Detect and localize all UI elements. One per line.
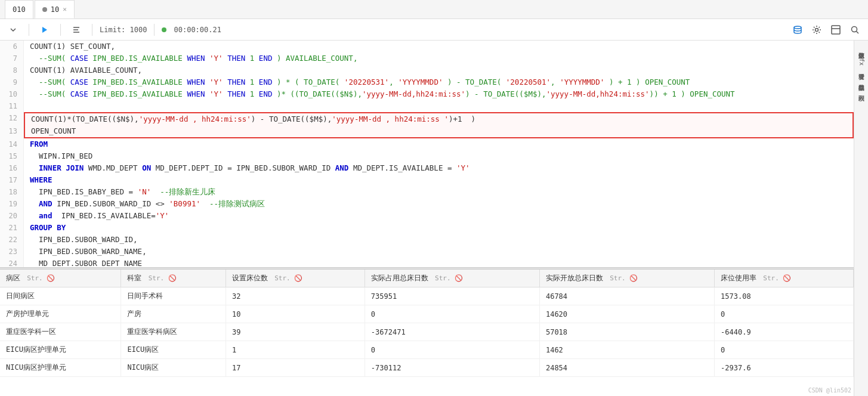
dropdown-btn[interactable] [5, 21, 21, 38]
line-num-17: 17 [0, 174, 24, 186]
svg-point-4 [794, 26, 801, 29]
line-num-7: 7 [0, 52, 24, 64]
database-icon [793, 25, 802, 35]
panel-button[interactable] [827, 21, 844, 38]
col-header-ward: 病区 Str. 🚫 [0, 270, 121, 287]
tab-10[interactable]: 10 ✕ [35, 0, 75, 18]
table-cell: 14620 [539, 305, 714, 323]
code-editor[interactable]: 6 COUNT(1) SET_COUNT, 7 --SUM( CASE IPN_… [0, 41, 854, 267]
toolbar-divider-4 [154, 24, 155, 36]
limit-label: Limit: 1000 [100, 26, 147, 34]
col-header-actual-days-label: 实际占用总床日数 [371, 274, 428, 282]
toolbar-divider-1 [29, 24, 29, 36]
run-button[interactable] [36, 21, 53, 38]
col-header-beds-label: 设置床位数 [232, 274, 268, 282]
table-cell: 39 [226, 323, 365, 341]
main-container: 6 COUNT(1) SET_COUNT, 7 --SUM( CASE IPN_… [0, 41, 868, 396]
tab-010[interactable]: 010 [5, 0, 33, 18]
sidebar-col-perms[interactable]: 列权限 [856, 86, 867, 95]
editor-result-pane: 6 COUNT(1) SET_COUNT, 7 --SUM( CASE IPN_… [0, 41, 854, 396]
line-num-15: 15 [0, 150, 24, 162]
line-num-11: 11 [0, 100, 24, 112]
code-line-24: 24 MD_DEPT.SUBOR_DEPT_NAME [0, 258, 854, 267]
line-num-10: 10 [0, 88, 24, 100]
table-header-row: 病区 Str. 🚫 科室 Str. 🚫 设置床位数 Str. 🚫 实际 [0, 270, 854, 287]
col-header-beds: 设置床位数 Str. 🚫 [226, 270, 365, 287]
line-content-10: --SUM( CASE IPN_BED.IS_AVAILABLE WHEN 'Y… [24, 88, 735, 100]
code-line-17: 17 WHERE [0, 174, 854, 186]
line-content-9: --SUM( CASE IPN_BED.IS_AVAILABLE WHEN 'Y… [24, 76, 690, 88]
code-line-18: 18 IPN_BED.IS_BABY_BED = 'N' --排除新生儿床 [0, 186, 854, 198]
line-num-21: 21 [0, 222, 24, 234]
code-line-14: 14 FROM [0, 138, 854, 150]
code-line-16: 16 INNER JOIN WMD.MD_DEPT ON MD_DEPT.DEP… [0, 162, 854, 174]
svg-marker-0 [42, 27, 47, 33]
col-header-dept: 科室 Str. 🚫 [121, 270, 226, 287]
table-cell: 重症医学科病区 [121, 323, 226, 341]
line-content-18: IPN_BED.IS_BABY_BED = 'N' --排除新生儿床 [24, 186, 215, 198]
line-content-21: GROUP BY [24, 222, 66, 234]
code-line-6: 6 COUNT(1) SET_COUNT, [0, 41, 854, 52]
code-line-21: 21 GROUP BY [0, 222, 854, 234]
line-content-17: WHERE [24, 174, 52, 186]
line-content-16: INNER JOIN WMD.MD_DEPT ON MD_DEPT.DEPT_I… [24, 162, 470, 174]
sidebar-data-model[interactable]: 品数据模型 [856, 75, 867, 85]
line-content-7: --SUM( CASE IPN_BED.IS_AVAILABLE WHEN 'Y… [24, 52, 357, 64]
line-num-22: 22 [0, 234, 24, 246]
col-type-actual-days: Str. 🚫 [435, 274, 463, 282]
table-cell: NICU病区 [121, 359, 226, 377]
line-content-20: and IPN_BED.IS_AVAILABLE='Y' [24, 210, 169, 222]
table-cell: 产房 [121, 305, 226, 323]
sidebar-data-source[interactable]: 数据源信息 [856, 43, 867, 52]
code-line-7: 7 --SUM( CASE IPN_BED.IS_AVAILABLE WHEN … [0, 52, 854, 64]
line-num-19: 19 [0, 198, 24, 210]
table-row: 产房护理单元产房100146200 [0, 305, 854, 323]
table-cell: -6440.9 [715, 323, 854, 341]
tab-10-close[interactable]: ✕ [63, 5, 67, 13]
table-row: 日间病区日间手术科32735951467841573.08 [0, 287, 854, 305]
col-header-open-days-label: 实际开放总床日数 [546, 274, 603, 282]
table-cell: 日间病区 [0, 287, 121, 305]
settings-button[interactable] [808, 21, 825, 38]
right-sidebar: 数据源信息 fx 变量管理 品数据模型 列权限 [854, 41, 868, 396]
code-line-23: 23 IPN_BED.SUBOR_WARD_NAME, [0, 246, 854, 258]
code-line-20: 20 and IPN_BED.IS_AVAILABLE='Y' [0, 210, 854, 222]
table-cell: 1 [226, 341, 365, 359]
line-num-20: 20 [0, 210, 24, 222]
line-num-23: 23 [0, 246, 24, 258]
sidebar-variables[interactable]: fx 变量管理 [856, 54, 867, 74]
line-content-19: AND IPN_BED.SUBOR_WARD_ID <> 'B0991' --排… [24, 198, 265, 210]
table-cell: -730112 [365, 359, 539, 377]
search-button[interactable] [847, 21, 863, 38]
table-cell: EICU病区护理单元 [0, 341, 121, 359]
line-num-18: 18 [0, 186, 24, 198]
col-type-open-days: Str. 🚫 [610, 274, 638, 282]
result-pane[interactable]: 病区 Str. 🚫 科室 Str. 🚫 设置床位数 Str. 🚫 实际 [0, 270, 854, 396]
line-num-24: 24 [0, 258, 24, 267]
line-num-14: 14 [0, 138, 24, 150]
format-icon [72, 26, 81, 34]
col-type-dept: Str. 🚫 [149, 274, 177, 282]
line-content-6: COUNT(1) SET_COUNT, [24, 41, 115, 52]
svg-point-8 [852, 26, 857, 32]
exec-time: 00:00:00.21 [174, 26, 221, 34]
line-num-12: 12 [0, 112, 24, 125]
col-type-ward: Str. 🚫 [27, 274, 55, 282]
status-dot [162, 27, 166, 32]
svg-point-5 [816, 28, 818, 31]
db-icon-btn[interactable] [789, 21, 806, 38]
gear-icon [812, 25, 821, 35]
col-header-actual-days: 实际占用总床日数 Str. 🚫 [365, 270, 539, 287]
table-cell: -3672471 [365, 323, 539, 341]
format-button[interactable] [68, 21, 85, 38]
table-row: 重症医学科一区重症医学科病区39-367247157018-6440.9 [0, 323, 854, 341]
table-cell: 0 [365, 341, 539, 359]
line-num-9: 9 [0, 76, 24, 88]
code-line-15: 15 WIPN.IPN_BED [0, 150, 854, 162]
table-cell: 735951 [365, 287, 539, 305]
code-line-12: 12 COUNT(1)*(TO_DATE(($N$),'yyyy-MM-dd ,… [0, 112, 854, 125]
panel-icon [831, 25, 841, 35]
table-cell: 10 [226, 305, 365, 323]
table-cell: 32 [226, 287, 365, 305]
table-cell: 重症医学科一区 [0, 323, 121, 341]
